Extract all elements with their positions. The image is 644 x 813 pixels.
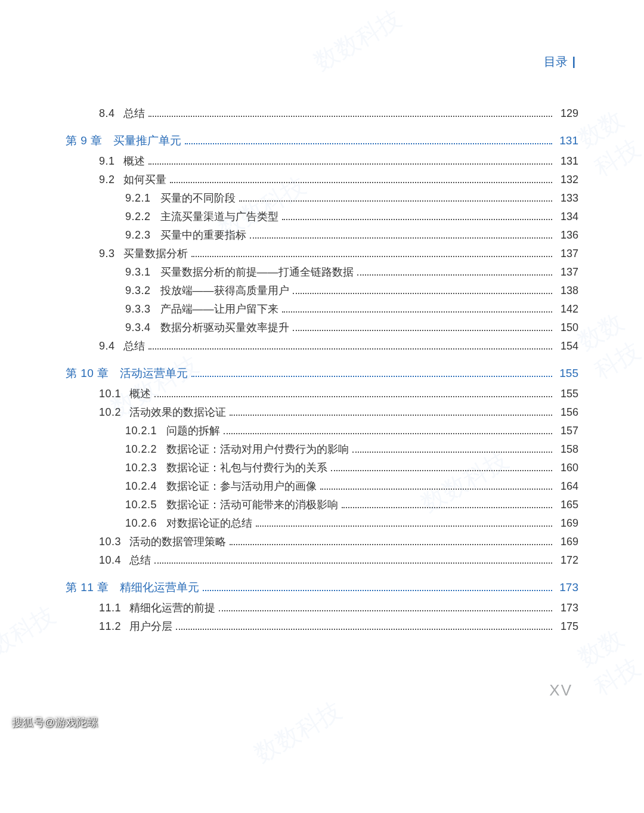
toc-entry-page: 133	[556, 189, 578, 208]
toc-entry: 第 9 章买量推广单元131	[66, 131, 578, 150]
toc-entry-title: 总结	[123, 104, 145, 123]
toc-leader-dots	[219, 610, 552, 611]
bg-watermark: 数数科技	[308, 2, 407, 79]
bg-watermark: 数数科技	[572, 616, 644, 702]
toc-entry-page: 134	[556, 208, 578, 226]
toc-entry: 9.4总结154	[66, 337, 578, 356]
toc-leader-dots	[256, 525, 552, 527]
toc-entry: 8.4总结129	[66, 104, 578, 123]
toc-entry-number: 8.4	[99, 104, 115, 123]
document-page: 目录 | 8.4总结129第 9 章买量推广单元1319.1概述1319.2如何…	[0, 0, 644, 813]
toc-entry-number: 第 9 章	[66, 131, 103, 150]
toc-entry-title: 买量推广单元	[113, 131, 181, 150]
toc-entry-page: 142	[556, 300, 578, 319]
toc-entry-number: 9.4	[99, 337, 115, 356]
toc-entry-title: 精细化运营的前提	[129, 599, 215, 617]
toc-entry-title: 数据论证：礼包与付费行为的关系	[166, 459, 327, 477]
toc-entry-page: 164	[556, 477, 578, 496]
toc-entry: 10.2.6对数据论证的总结169	[66, 514, 578, 533]
toc-leader-dots	[148, 348, 552, 350]
toc-entry-number: 9.3	[99, 245, 115, 263]
toc-entry-number: 9.3.1	[125, 263, 151, 282]
toc-entry-title: 买量的不同阶段	[160, 189, 236, 208]
toc-entry-title: 数据论证：参与活动用户的画像	[166, 477, 317, 496]
toc-entry-number: 9.3.3	[125, 300, 151, 319]
toc-entry-title: 概述	[129, 385, 151, 403]
toc-entry-title: 总结	[123, 337, 145, 356]
toc-entry: 10.2活动效果的数据论证156	[66, 403, 578, 422]
toc-entry-page: 137	[556, 263, 578, 282]
toc-entry-number: 9.1	[99, 152, 115, 171]
toc-entry-page: 175	[556, 617, 578, 636]
toc-entry-title: 买量中的重要指标	[160, 226, 246, 245]
toc-entry-number: 10.2.2	[125, 440, 157, 459]
toc-entry: 11.1精细化运营的前提173	[66, 599, 578, 617]
toc-entry: 第 11 章精细化运营单元173	[66, 578, 578, 596]
toc-entry-title: 精细化运营单元	[120, 578, 199, 596]
toc-entry-number: 9.2.1	[125, 189, 151, 208]
toc-header-bar: |	[572, 55, 575, 68]
toc-leader-dots	[293, 293, 552, 294]
toc-entry: 9.3.2投放端——获得高质量用户138	[66, 282, 578, 300]
toc-entry-page: 131	[556, 152, 578, 171]
toc-entry: 11.2用户分层175	[66, 617, 578, 636]
toc-entry: 10.3活动的数据管理策略169	[66, 533, 578, 551]
toc-entry-page: 157	[556, 422, 578, 440]
toc-entry-title: 买量数据分析	[123, 245, 188, 263]
toc-entry-title: 数据论证：活动对用户付费行为的影响	[166, 440, 349, 459]
toc-entry-page: 169	[556, 533, 578, 551]
toc-entry-number: 第 10 章	[66, 364, 109, 382]
toc-entry-number: 10.2.4	[125, 477, 157, 496]
toc-leader-dots	[154, 562, 552, 564]
toc-entry-number: 9.3.2	[125, 282, 151, 300]
toc-leader-dots	[203, 590, 552, 591]
toc-leader-dots	[331, 470, 552, 471]
toc-entry-number: 10.4	[99, 551, 121, 570]
toc-entry-title: 活动运营单元	[120, 364, 188, 382]
toc-entry: 9.3.3产品端——让用户留下来142	[66, 300, 578, 319]
toc-entry-number: 10.1	[99, 385, 121, 403]
toc-entry: 9.2.3买量中的重要指标136	[66, 226, 578, 245]
toc-leader-dots	[250, 237, 552, 239]
toc-leader-dots	[191, 256, 552, 257]
toc-entry: 10.2.4数据论证：参与活动用户的画像164	[66, 477, 578, 496]
toc-entry: 9.1概述131	[66, 152, 578, 171]
toc-entry-page: 156	[556, 403, 578, 422]
toc-entry-page: 173	[556, 578, 578, 596]
toc-leader-dots	[282, 311, 552, 313]
toc-entry-number: 11.2	[99, 617, 121, 636]
toc-entry: 10.2.1问题的拆解157	[66, 422, 578, 440]
toc-entry: 10.2.5数据论证：活动可能带来的消极影响165	[66, 496, 578, 514]
toc-entry-title: 概述	[123, 152, 145, 171]
toc-entry-title: 用户分层	[129, 617, 172, 636]
toc-leader-dots	[154, 396, 552, 397]
toc-entry: 10.2.3数据论证：礼包与付费行为的关系160	[66, 459, 578, 477]
toc-leader-dots	[230, 544, 552, 545]
toc-leader-dots	[352, 452, 552, 453]
toc-entry: 9.2.2主流买量渠道与广告类型134	[66, 208, 578, 226]
toc-entry: 9.3.4数据分析驱动买量效率提升150	[66, 319, 578, 337]
toc-entry: 9.3.1买量数据分析的前提——打通全链路数据137	[66, 263, 578, 282]
toc-leader-dots	[176, 629, 552, 630]
toc-entry: 10.1概述155	[66, 385, 578, 403]
toc-entry-page: 129	[556, 104, 578, 123]
toc-entry-title: 主流买量渠道与广告类型	[160, 208, 278, 226]
toc-entry: 第 10 章活动运营单元155	[66, 364, 578, 382]
toc-entry-title: 活动的数据管理策略	[129, 533, 226, 551]
toc-entry-number: 9.2	[99, 171, 115, 189]
toc-entry-number: 9.3.4	[125, 319, 151, 337]
toc-leader-dots	[342, 507, 552, 508]
toc-header: 目录 |	[544, 54, 575, 70]
toc-entry-title: 投放端——获得高质量用户	[160, 282, 289, 300]
table-of-contents: 8.4总结129第 9 章买量推广单元1319.1概述1319.2如何买量132…	[66, 104, 578, 636]
toc-leader-dots	[185, 143, 552, 144]
toc-entry-title: 对数据论证的总结	[166, 514, 252, 533]
toc-leader-dots	[224, 433, 552, 434]
toc-entry-page: 138	[556, 282, 578, 300]
toc-entry-title: 如何买量	[123, 171, 166, 189]
toc-entry-page: 136	[556, 226, 578, 245]
toc-entry-number: 第 11 章	[66, 578, 109, 596]
toc-entry-page: 165	[556, 496, 578, 514]
toc-leader-dots	[320, 489, 552, 490]
toc-entry-page: 169	[556, 514, 578, 533]
